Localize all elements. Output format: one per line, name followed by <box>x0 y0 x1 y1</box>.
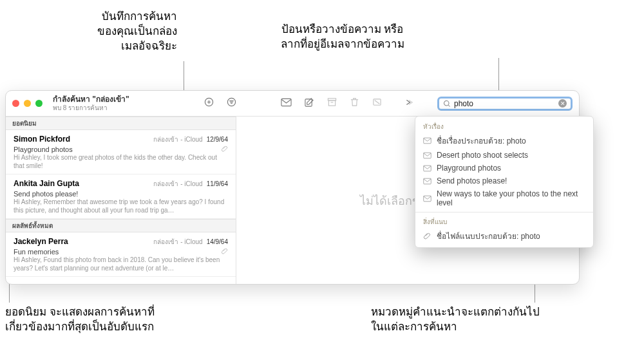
svg-line-15 <box>448 105 450 106</box>
search-field[interactable]: photo ✕ <box>437 97 573 111</box>
callout-top-hits: ยอดนิยม จะแสดงผลการค้นหาที่ เกี่ยวข้องมา… <box>5 305 250 335</box>
svg-rect-20 <box>424 196 431 202</box>
divider <box>415 212 593 212</box>
add-smart-mailbox-button[interactable] <box>204 97 214 109</box>
more-chevron-icon[interactable] <box>404 98 413 109</box>
minimize-button[interactable] <box>24 100 31 107</box>
traffic-lights[interactable] <box>12 100 49 107</box>
window-subtitle: พบ 8 รายการค้นหา <box>53 104 129 111</box>
date: 11/9/64 <box>207 180 228 187</box>
message-list: ยอดนิยม Simon Pickford กล่องเข้า - iClou… <box>6 117 236 284</box>
suggestion-item[interactable]: New ways to take your photos to the next… <box>415 187 593 209</box>
clear-search-button[interactable]: ✕ <box>558 99 567 108</box>
archive-button[interactable] <box>327 97 337 109</box>
envelope-icon <box>423 152 431 159</box>
suggestion-item[interactable]: ชื่อเรื่องประกอบด้วย: photo <box>415 133 593 149</box>
mailbox: กล่องเข้า - iCloud <box>153 179 202 189</box>
attachment-icon <box>222 248 228 256</box>
attachment-icon <box>423 232 431 240</box>
callout-categories: หมวดหมู่คำแนะนำจะแตกต่างกันไป ในแต่ละการ… <box>371 305 616 335</box>
svg-rect-19 <box>424 178 431 184</box>
subject: Send photos please! <box>14 190 78 198</box>
svg-rect-10 <box>328 100 335 106</box>
svg-line-13 <box>375 100 380 104</box>
suggestion-item[interactable]: Playground photos <box>415 162 593 174</box>
junk-button[interactable] <box>372 97 382 109</box>
compose-button[interactable] <box>305 97 314 109</box>
fullscreen-button[interactable] <box>35 100 43 107</box>
message-item[interactable]: Jackelyn Perra กล่องเข้า - iCloud 14/9/6… <box>6 232 236 277</box>
search-icon <box>443 100 451 108</box>
message-item[interactable]: Simon Pickford กล่องเข้า - iCloud 12/9/6… <box>6 130 236 174</box>
suggestion-label: Playground photos <box>437 164 501 173</box>
suggestion-label: Send photos please! <box>437 176 507 185</box>
preview: Hi Ashley, I took some great photos of t… <box>14 154 228 170</box>
close-button[interactable] <box>12 100 19 107</box>
suggestion-header-subject: หัวเรื่อง <box>415 120 593 133</box>
envelope-icon[interactable] <box>281 98 292 109</box>
suggestion-label: ชื่อเรื่องประกอบด้วย: photo <box>437 135 526 147</box>
envelope-icon <box>423 178 431 185</box>
titlebar: กำลังค้นหา "กล่องเข้า" พบ 8 รายการค้นหา <box>6 91 579 117</box>
suggestion-item[interactable]: ชื่อไฟล์แนบประกอบด้วย: photo <box>415 228 593 244</box>
window-title: กำลังค้นหา "กล่องเข้า" <box>53 95 129 104</box>
callout-line <box>498 58 499 93</box>
window-title-group: กำลังค้นหา "กล่องเข้า" พบ 8 รายการค้นหา <box>49 95 129 111</box>
callout-enter-paste: ป้อนหรือวางข้อความ หรือ ลากที่อยู่อีเมลจ… <box>238 23 447 52</box>
search-value: photo <box>451 99 558 108</box>
suggestion-label: Desert photo shoot selects <box>437 151 528 160</box>
envelope-icon <box>423 137 431 144</box>
attachment-icon <box>222 146 228 153</box>
mailbox: กล่องเข้า - iCloud <box>153 135 202 144</box>
envelope-icon <box>423 195 431 202</box>
suggestion-item[interactable]: Send photos please! <box>415 174 593 187</box>
sender: Ankita Jain Gupta <box>14 179 149 188</box>
date: 12/9/64 <box>207 136 228 143</box>
mailbox: กล่องเข้า - iCloud <box>153 237 202 247</box>
filter-button[interactable] <box>227 97 236 109</box>
svg-rect-18 <box>424 165 431 171</box>
preview: Hi Ashley, Found this photo from back in… <box>14 256 228 272</box>
svg-rect-17 <box>424 153 431 158</box>
search-suggestions-popup: หัวเรื่อง ชื่อเรื่องประกอบด้วย: photo De… <box>415 116 594 248</box>
suggestion-label: ชื่อไฟล์แนบประกอบด้วย: photo <box>437 230 540 242</box>
sender: Jackelyn Perra <box>14 237 149 246</box>
subject: Fun memories <box>14 248 59 256</box>
sender: Simon Pickford <box>14 135 149 144</box>
svg-rect-16 <box>424 138 431 144</box>
preview: Hi Ashley, Remember that awesome trip we… <box>14 198 228 214</box>
toolbar: photo ✕ <box>204 97 573 111</box>
svg-rect-7 <box>281 99 291 106</box>
suggestion-label: New ways to take your photos to the next… <box>437 189 585 207</box>
section-top-hits: ยอดนิยม <box>6 117 236 130</box>
suggestion-header-attach: สิ่งที่แนบ <box>415 215 593 228</box>
envelope-icon <box>423 165 431 172</box>
suggestion-item[interactable]: Desert photo shoot selects <box>415 149 593 162</box>
section-all-results: ผลลัพธ์ทั้งหมด <box>6 219 236 232</box>
svg-point-14 <box>444 100 450 106</box>
subject: Playground photos <box>14 146 73 153</box>
message-item[interactable]: Ankita Jain Gupta กล่องเข้า - iCloud 11/… <box>6 174 236 219</box>
trash-button[interactable] <box>350 97 359 109</box>
date: 14/9/64 <box>207 238 228 245</box>
callout-save-smart: บันทึกการค้นหา ของคุณเป็นกล่อง เมลอัจฉริ… <box>29 10 177 54</box>
